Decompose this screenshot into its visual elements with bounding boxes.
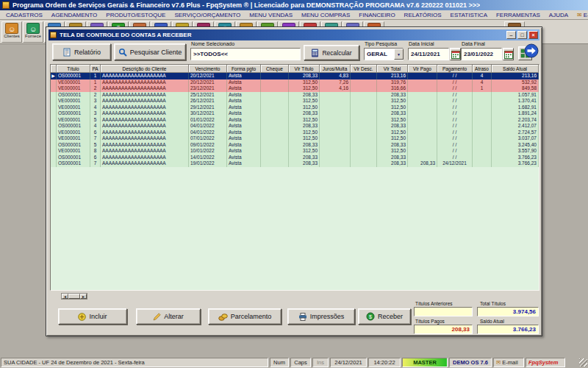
dialog-minimize-button[interactable]: – [506, 31, 516, 39]
column-header-vlr-desc-[interactable]: Vlr Desc. [351, 65, 377, 73]
column-header-saldo-atual[interactable]: Saldo Atual [492, 65, 539, 73]
receber-button[interactable]: $ Receber [358, 308, 411, 325]
grid-cell [351, 98, 377, 105]
table-row[interactable]: VE0000014AAAAAAAAAAAAAAAAAAAA29/12/2021A… [51, 105, 539, 111]
pesquisar-cliente-button[interactable]: Pesquisar Cliente [114, 43, 186, 60]
table-row[interactable]: VE0000015AAAAAAAAAAAAAAAAAAAA01/01/2022A… [51, 117, 539, 124]
scroll-right-icon[interactable]: ► [80, 294, 87, 299]
grid-cell: 208,33 [289, 92, 320, 99]
grid-cell: 312,50 [289, 135, 320, 142]
table-row[interactable]: OS0000012AAAAAAAAAAAAAAAAAAAA25/12/2021A… [51, 92, 539, 99]
table-row[interactable]: OS0000017AAAAAAAAAAAAAAAAAAAA19/01/2022A… [51, 160, 539, 167]
column-header-pagamento[interactable]: Pagamento [437, 65, 473, 73]
grid-cell: AAAAAAAAAAAAAAAAAAAA [101, 105, 189, 111]
menu-item-ajuda[interactable]: AJUDA [545, 11, 573, 19]
scroll-left-icon[interactable]: ◄ [62, 294, 68, 299]
column-header-vencimento[interactable]: Vencimento [189, 65, 227, 73]
menu-item-estatistica[interactable]: ESTATISTICA [446, 11, 492, 19]
table-row[interactable]: OS0000016AAAAAAAAAAAAAAAAAAAA14/01/2022A… [51, 155, 539, 161]
table-row[interactable]: VE0000016AAAAAAAAAAAAAAAAAAAA04/01/2022A… [51, 130, 539, 136]
incluir-button[interactable]: Incluir [58, 308, 127, 325]
column-header-vlr-total[interactable]: Vlr Total [377, 65, 408, 73]
menu-item-produto-estoque[interactable]: PRODUTO/ESTOQUE [101, 11, 170, 19]
resize-grip[interactable] [579, 358, 587, 367]
grid-horizontal-scrollbar[interactable]: ◄ ► [61, 293, 87, 300]
window-titlebar[interactable]: Programa Ordem de Serviços Gerais & Fina… [0, 0, 588, 10]
table-row[interactable]: VE0000011AAAAAAAAAAAAAAAAAAAA20/12/2021A… [51, 79, 539, 86]
menu-item-servi-o-or-amento[interactable]: SERVIÇO/ORÇAMENTO [170, 11, 245, 19]
grid-cell: 312,50 [377, 130, 408, 136]
column-header-t-tulo[interactable]: Título [57, 65, 90, 73]
column-header-forma-pgto[interactable]: Forma pgto [227, 65, 261, 73]
status-caps-lock: Caps [290, 358, 311, 367]
dialog-close-button[interactable]: × [528, 31, 538, 39]
grid-cell: 2.203,74 [492, 117, 539, 124]
suppliers-button[interactable]: ☺Fornece [23, 21, 43, 43]
menu-item-menu-compras[interactable]: MENU COMPRAS [297, 11, 354, 19]
grid-cell: 4 [473, 79, 492, 86]
menu-item-cadastros[interactable]: CADASTROS [1, 11, 47, 19]
column-header-descri-o-do-cliente[interactable]: Descrição do Cliente [101, 65, 189, 73]
grid-cell [261, 73, 289, 79]
menu-item-ferramentas[interactable]: FERRAMENTAS [492, 11, 545, 19]
status-demo-version: DEMO OS 7.6 [449, 358, 492, 367]
grid-cell: Avista [227, 105, 261, 111]
column-header-atraso[interactable]: Atraso [473, 65, 492, 73]
impressoes-label: Impressões [310, 313, 345, 320]
scrollbar-thumb[interactable] [68, 294, 80, 299]
column-header-vlr-pago[interactable]: Vlr Pago [408, 65, 437, 73]
grid-cell: Avista [227, 130, 261, 136]
table-row[interactable]: OS0000013AAAAAAAAAAAAAAAAAAAA30/12/2021A… [51, 110, 539, 117]
table-row[interactable]: VE0000017AAAAAAAAAAAAAAAAAAAA07/01/2022A… [51, 135, 539, 142]
alterar-button[interactable]: Alterar [136, 308, 201, 325]
email-icon: ✉ [577, 12, 582, 18]
data-inicial-calendar-button[interactable] [450, 48, 461, 60]
grid-cell: OS000001 [57, 160, 90, 167]
menu-item-menu-vendas[interactable]: MENU VENDAS [245, 11, 297, 19]
menu-item-relat-rios[interactable]: RELATÓRIOS [400, 11, 446, 19]
menu-item-agendamento[interactable]: AGENDAMENTO [47, 11, 102, 19]
grid-cell: 1 [473, 85, 492, 92]
grid-cell: 3 [90, 98, 101, 105]
table-row[interactable]: ▶OS0000011AAAAAAAAAAAAAAAAAAAA20/12/2021… [51, 73, 539, 79]
grid-cell: 312,50 [289, 105, 320, 111]
grid-cell [320, 148, 351, 155]
menu-item-financeiro[interactable]: FINANCEIRO [354, 11, 399, 19]
data-final-calendar-button[interactable] [503, 48, 514, 60]
clients-button[interactable]: ☺Clientes [1, 21, 22, 43]
column-header-cheque[interactable]: Cheque [261, 65, 289, 73]
recalcular-button[interactable]: Recalcular [304, 45, 359, 60]
grid-cell [320, 123, 351, 130]
dialog-titlebar[interactable]: TELA DE CONTROLE DO CONTAS A RECEBER – □… [49, 29, 539, 40]
table-row[interactable]: VE0000012AAAAAAAAAAAAAAAAAAAA23/12/2021A… [51, 85, 539, 92]
column-header-pa[interactable]: PA [90, 65, 101, 73]
table-row[interactable]: VE0000018AAAAAAAAAAAAAAAAAAAA10/01/2022A… [51, 148, 539, 155]
impressoes-button[interactable]: Impressões [287, 308, 355, 325]
go-button[interactable] [524, 43, 539, 58]
nome-selecionado-field[interactable]: >>TODOS<< [190, 48, 301, 60]
menu-item-e-mail[interactable]: ✉E-MAIL [573, 11, 588, 19]
parcelamento-button[interactable]: Parcelamento [208, 308, 282, 325]
dialog-maximize-button[interactable]: □ [517, 31, 527, 39]
grid-cell [408, 105, 437, 111]
tipo-pesquisa-dropdown[interactable]: ▼ [394, 49, 404, 60]
grid-cell: 312,50 [377, 105, 408, 111]
grid-cell: VE000001 [57, 105, 90, 111]
column-header-juros-multa[interactable]: Juros/Multa [320, 65, 351, 73]
column-header-vlr-t-tulo[interactable]: Vlr Título [289, 65, 320, 73]
grid-cell: Avista [227, 85, 261, 92]
grid-cell: 213,16 [377, 73, 408, 79]
data-final-field[interactable]: 23/01/2022 [461, 48, 502, 60]
data-inicial-field[interactable]: 24/11/2021 [408, 48, 449, 60]
go-arrow-icon [524, 43, 539, 58]
dialog-icon [50, 32, 57, 38]
grid-cell [473, 110, 492, 117]
table-row[interactable]: OS0000014AAAAAAAAAAAAAAAAAAAA04/01/2022A… [51, 123, 539, 130]
table-row[interactable]: OS0000015AAAAAAAAAAAAAAAAAAAA09/01/2022A… [51, 142, 539, 149]
relatorio-button[interactable]: Relatório [52, 43, 111, 60]
status-email[interactable]: ✉ E-mail [493, 358, 524, 367]
table-row[interactable]: VE0000013AAAAAAAAAAAAAAAAAAAA26/12/2021A… [51, 98, 539, 105]
grid-cell [473, 160, 492, 167]
grid-cell [473, 148, 492, 155]
grid-cell: 1 [90, 79, 101, 86]
